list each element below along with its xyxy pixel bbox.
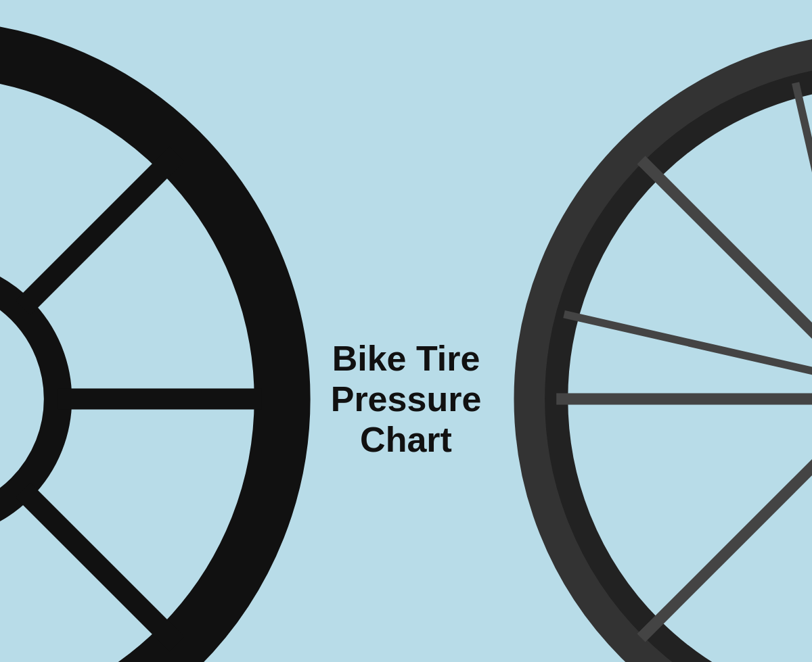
header: Bike Tire Pressure Chart — [20, 14, 792, 662]
svg-line-8 — [22, 490, 177, 644]
svg-line-22 — [641, 438, 812, 638]
svg-line-9 — [22, 153, 177, 308]
wheel-left-icon — [0, 14, 317, 662]
svg-line-19 — [641, 160, 812, 360]
wheel-right-icon — [495, 14, 812, 662]
page-wrapper: Bike Tire Pressure Chart JustChartit.com — [0, 0, 812, 662]
svg-point-12 — [557, 75, 812, 662]
svg-line-25 — [564, 314, 812, 376]
page-title: Bike Tire Pressure Chart — [331, 338, 482, 460]
